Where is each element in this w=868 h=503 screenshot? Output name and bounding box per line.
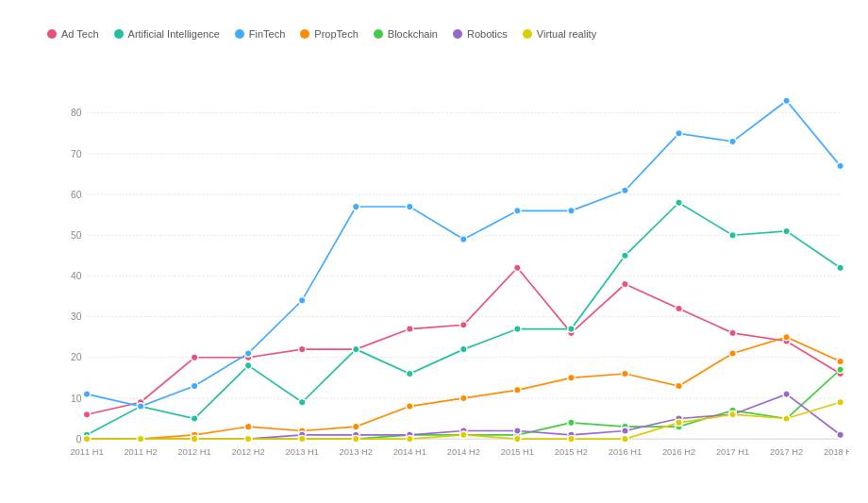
svg-text:2014 H2: 2014 H2: [447, 447, 480, 457]
legend-label: Ad Tech: [61, 28, 99, 40]
svg-point-137: [837, 399, 843, 406]
svg-point-128: [353, 435, 359, 442]
svg-text:2011 H1: 2011 H1: [70, 447, 103, 457]
legend-dot: [235, 29, 244, 39]
svg-text:2016 H1: 2016 H1: [609, 447, 642, 457]
legend-item-fintech: FinTech: [235, 28, 286, 40]
svg-point-127: [298, 435, 305, 442]
svg-point-68: [353, 203, 359, 210]
svg-text:80: 80: [71, 108, 82, 118]
svg-point-90: [729, 350, 736, 357]
svg-point-45: [729, 329, 736, 336]
legend-item-ad-tech: Ad Tech: [47, 28, 99, 40]
svg-point-87: [568, 375, 575, 381]
svg-point-50: [191, 415, 197, 422]
svg-point-39: [407, 326, 413, 332]
svg-point-65: [191, 382, 197, 389]
svg-point-86: [514, 387, 521, 394]
svg-point-133: [622, 435, 628, 442]
legend-label: FinTech: [249, 28, 286, 40]
svg-point-62: [837, 264, 843, 271]
svg-point-71: [514, 208, 521, 214]
svg-point-85: [460, 394, 467, 401]
svg-point-102: [568, 419, 575, 426]
svg-point-123: [83, 435, 90, 442]
svg-point-92: [837, 358, 843, 364]
svg-point-67: [298, 297, 305, 304]
svg-point-72: [568, 208, 575, 214]
svg-point-44: [676, 305, 682, 311]
svg-point-41: [514, 264, 521, 271]
legend-dot: [300, 29, 309, 39]
svg-point-70: [460, 236, 467, 243]
svg-point-61: [783, 227, 790, 234]
svg-point-33: [83, 411, 90, 417]
svg-point-135: [729, 411, 736, 417]
svg-point-63: [83, 391, 90, 397]
svg-point-129: [407, 435, 413, 442]
svg-point-136: [783, 415, 790, 422]
svg-text:10: 10: [71, 394, 82, 404]
svg-point-37: [298, 345, 305, 352]
svg-text:2013 H1: 2013 H1: [286, 447, 319, 457]
svg-point-125: [191, 435, 197, 442]
svg-point-107: [837, 366, 843, 373]
svg-point-88: [622, 370, 628, 377]
legend-item-proptech: PropTech: [300, 28, 358, 40]
svg-point-54: [407, 370, 413, 377]
svg-point-132: [568, 435, 575, 442]
svg-point-58: [622, 252, 628, 259]
svg-point-89: [676, 382, 682, 389]
svg-text:0: 0: [76, 434, 82, 444]
svg-text:50: 50: [71, 230, 82, 241]
svg-point-134: [676, 419, 682, 426]
svg-text:30: 30: [71, 311, 82, 322]
svg-text:2011 H2: 2011 H2: [124, 447, 157, 457]
svg-text:2015 H2: 2015 H2: [555, 447, 588, 457]
legend-label: Robotics: [467, 28, 508, 40]
svg-text:2018 H1: 2018 H1: [824, 447, 849, 457]
svg-point-75: [729, 138, 736, 144]
legend-label: Blockchain: [388, 28, 438, 40]
svg-point-64: [137, 403, 143, 410]
svg-text:2014 H1: 2014 H1: [393, 447, 426, 457]
legend-dot: [47, 29, 57, 39]
line-chart: 102030405060708002011 H12011 H22012 H120…: [47, 49, 849, 484]
svg-point-122: [837, 431, 843, 438]
svg-point-66: [244, 350, 251, 357]
svg-point-52: [298, 399, 305, 406]
svg-point-55: [460, 345, 467, 352]
svg-point-83: [353, 423, 359, 429]
legend-item-virtual-reality: Virtual reality: [523, 28, 596, 40]
svg-text:2012 H2: 2012 H2: [232, 447, 265, 457]
legend-item-blockchain: Blockchain: [374, 28, 438, 40]
svg-point-69: [407, 203, 413, 210]
svg-point-126: [244, 435, 251, 442]
svg-point-57: [568, 326, 575, 332]
svg-text:2016 H2: 2016 H2: [662, 447, 695, 457]
legend-label: PropTech: [314, 28, 358, 40]
legend-dot: [374, 29, 383, 39]
legend-label: Virtual reality: [537, 28, 596, 40]
legend-dot: [453, 29, 462, 39]
svg-point-73: [622, 187, 628, 193]
svg-point-43: [622, 280, 628, 287]
svg-point-118: [622, 428, 628, 434]
svg-point-60: [729, 232, 736, 239]
svg-point-74: [676, 130, 682, 137]
svg-point-84: [407, 403, 413, 410]
svg-point-35: [191, 354, 197, 360]
svg-point-81: [244, 423, 251, 429]
svg-text:2013 H2: 2013 H2: [340, 447, 373, 457]
chart-area: 102030405060708002011 H12011 H22012 H120…: [47, 49, 849, 484]
svg-point-121: [783, 391, 790, 397]
svg-text:2017 H2: 2017 H2: [770, 447, 803, 457]
svg-text:2012 H1: 2012 H1: [177, 447, 210, 457]
legend-item-artificial-intelligence: Artificial Intelligence: [114, 28, 220, 40]
svg-text:20: 20: [71, 352, 82, 362]
svg-point-56: [514, 326, 521, 332]
legend-dot: [523, 29, 532, 39]
svg-point-116: [514, 428, 521, 434]
chart-legend: Ad TechArtificial IntelligenceFinTechPro…: [47, 28, 849, 40]
svg-point-131: [514, 435, 521, 442]
